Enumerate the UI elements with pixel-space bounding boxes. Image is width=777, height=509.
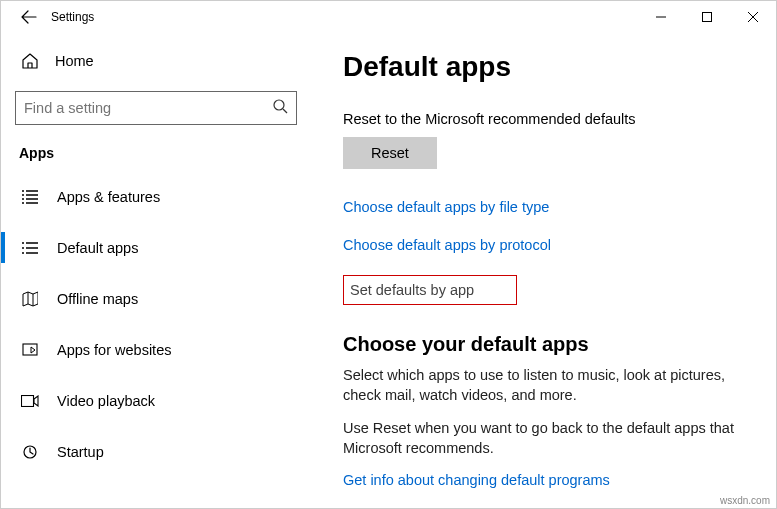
page-title: Default apps	[343, 51, 756, 83]
maximize-button[interactable]	[684, 1, 730, 33]
nav-video-playback[interactable]: Video playback	[1, 375, 311, 426]
svg-rect-0	[703, 13, 712, 22]
nav-startup[interactable]: Startup	[1, 426, 311, 477]
map-icon	[21, 290, 39, 308]
startup-icon	[21, 443, 39, 461]
nav-label: Apps & features	[57, 189, 160, 205]
defaults-icon	[21, 239, 39, 257]
svg-point-1	[274, 100, 284, 110]
nav-offline-maps[interactable]: Offline maps	[1, 273, 311, 324]
nav-label: Startup	[57, 444, 104, 460]
nav-label: Default apps	[57, 240, 138, 256]
close-button[interactable]	[730, 1, 776, 33]
window-title: Settings	[47, 10, 94, 24]
nav-list: Apps & features Default apps Offline map…	[1, 171, 311, 477]
back-arrow-icon	[21, 9, 37, 25]
search-icon	[273, 99, 288, 117]
nav-label: Offline maps	[57, 291, 138, 307]
nav-apps-websites[interactable]: Apps for websites	[1, 324, 311, 375]
link-protocol[interactable]: Choose default apps by protocol	[343, 237, 756, 253]
svg-rect-3	[22, 395, 34, 406]
choose-desc-1: Select which apps to use to listen to mu…	[343, 366, 756, 405]
nav-default-apps[interactable]: Default apps	[1, 222, 311, 273]
reset-button[interactable]: Reset	[343, 137, 437, 169]
nav-label: Video playback	[57, 393, 155, 409]
section-heading: Apps	[15, 145, 297, 171]
list-icon	[21, 188, 39, 206]
minimize-button[interactable]	[638, 1, 684, 33]
sidebar: Home Apps Apps & features Default apps	[1, 33, 311, 508]
reset-description: Reset to the Microsoft recommended defau…	[343, 111, 756, 127]
watermark: wsxdn.com	[720, 495, 770, 506]
nav-apps-features[interactable]: Apps & features	[1, 171, 311, 222]
nav-label: Apps for websites	[57, 342, 171, 358]
search-box[interactable]	[15, 91, 297, 125]
link-filetype[interactable]: Choose default apps by file type	[343, 199, 756, 215]
home-nav[interactable]: Home	[15, 41, 297, 81]
search-input[interactable]	[24, 100, 273, 116]
main-content: Default apps Reset to the Microsoft reco…	[311, 33, 776, 508]
back-button[interactable]	[11, 1, 47, 33]
video-icon	[21, 392, 39, 410]
home-icon	[21, 52, 39, 70]
titlebar: Settings	[1, 1, 776, 33]
websites-icon	[21, 341, 39, 359]
choose-heading: Choose your default apps	[343, 333, 756, 356]
choose-desc-2: Use Reset when you want to go back to th…	[343, 419, 756, 458]
link-set-defaults-by-app[interactable]: Set defaults by app	[343, 275, 517, 305]
link-info[interactable]: Get info about changing default programs	[343, 472, 756, 488]
home-label: Home	[55, 53, 94, 69]
window-controls	[638, 1, 776, 33]
